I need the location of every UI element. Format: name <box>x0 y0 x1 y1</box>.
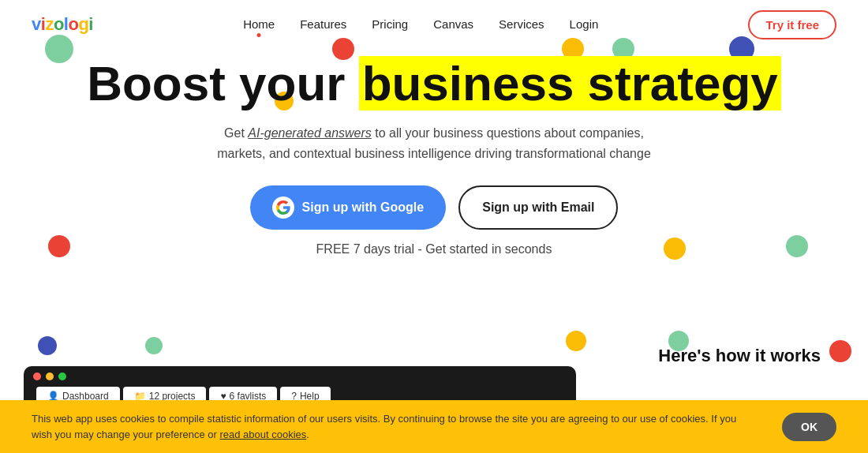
nav-home[interactable]: Home <box>243 17 275 31</box>
nav-login[interactable]: Login <box>570 17 599 31</box>
signup-email-button[interactable]: Sign up with Email <box>458 185 618 230</box>
hero-description: Get AI-generated answers to all your bus… <box>213 123 655 163</box>
nav-services[interactable]: Services <box>499 17 544 31</box>
cta-buttons: Sign up with Google Sign up with Email <box>32 185 836 230</box>
cookie-ok-button[interactable]: OK <box>782 413 836 441</box>
description-prefix: Get <box>224 126 248 140</box>
how-it-works-title: Here's how it works <box>658 346 821 365</box>
decorative-dot <box>38 336 57 355</box>
google-icon <box>272 197 294 219</box>
headline-highlight: business strategy <box>359 56 781 110</box>
how-it-works: Here's how it works <box>658 346 821 366</box>
cookie-banner: This web app uses cookies to compile sta… <box>0 400 868 453</box>
logo[interactable]: vizologi <box>32 14 93 35</box>
cookie-text: This web app uses cookies to compile sta… <box>32 411 742 442</box>
signup-google-button[interactable]: Sign up with Google <box>250 185 447 230</box>
nav-pricing[interactable]: Pricing <box>372 17 408 31</box>
decorative-dot <box>829 340 851 362</box>
read-about-cookies-link[interactable]: read about cookies <box>219 429 306 440</box>
nav-features[interactable]: Features <box>300 17 346 31</box>
try-free-button[interactable]: Try it free <box>748 10 836 39</box>
nav-links: Home Features Pricing Canvas Services Lo… <box>243 17 598 32</box>
nav-canvas[interactable]: Canvas <box>433 17 473 31</box>
decorative-dot <box>145 337 163 354</box>
ai-link[interactable]: AI-generated answers <box>248 126 372 140</box>
navbar: vizologi Home Features Pricing Canvas Se… <box>0 0 868 49</box>
email-btn-label: Sign up with Email <box>482 200 594 215</box>
traffic-light-red <box>33 373 41 380</box>
traffic-light-green <box>58 373 66 380</box>
traffic-light-yellow <box>46 373 54 380</box>
decorative-dot <box>566 331 586 351</box>
headline-plain: Boost your <box>87 56 345 110</box>
hero-section: Boost your business strategy Get AI-gene… <box>0 49 868 298</box>
google-btn-label: Sign up with Google <box>302 200 425 215</box>
hero-headline: Boost your business strategy <box>32 57 836 110</box>
trial-text: FREE 7 days trial - Get started in secon… <box>213 239 655 260</box>
